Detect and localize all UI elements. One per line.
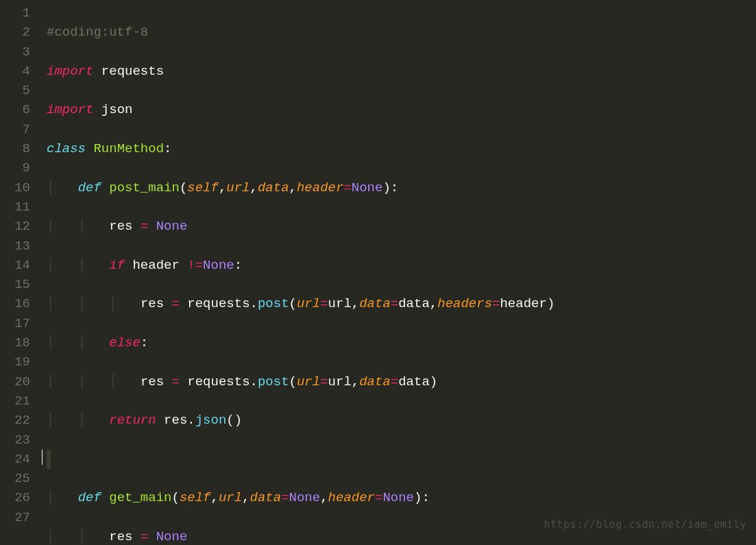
keyword-def: def: [78, 180, 101, 195]
line-number: 24: [0, 450, 30, 469]
code-line[interactable]: │ │ if header !=None:: [47, 256, 756, 275]
line-number: 20: [0, 372, 30, 391]
line-number: 18: [0, 333, 30, 352]
line-number: 19: [0, 352, 30, 372]
line-number: 23: [0, 431, 30, 450]
indent-guide-icon: │: [47, 258, 54, 273]
code-line[interactable]: │ def post_main(self,url,data,header=Non…: [47, 178, 756, 197]
function-name: post_main: [109, 180, 180, 195]
code-line[interactable]: #coding:utf-8: [47, 23, 756, 42]
watermark-text: https://blog.csdn.net/iam_emily: [544, 515, 746, 534]
current-line-highlight-icon: [47, 450, 51, 469]
indent-guide-icon: │: [78, 413, 86, 428]
code-line[interactable]: import requests: [47, 62, 756, 81]
line-number: 8: [0, 139, 30, 158]
indent-guide-icon: │: [47, 335, 54, 350]
code-line[interactable]: │ def get_main(self,url,data=None,header…: [47, 488, 756, 507]
indent-guide-icon: │: [78, 219, 86, 234]
indent-guide-icon: │: [109, 296, 117, 311]
line-number: 12: [0, 217, 30, 236]
indent-guide-icon: │: [109, 374, 117, 389]
indent-guide-icon: │: [47, 374, 54, 389]
line-number: 10: [0, 178, 30, 197]
indent-guide-icon: │: [78, 335, 86, 350]
code-line[interactable]: import json: [47, 100, 756, 119]
line-number-gutter: 1 2 3 4 5 6 7 8 9 10 11 12 13 14 15 16 1…: [0, 0, 40, 545]
function-name: get_main: [109, 490, 171, 505]
code-line[interactable]: │ │ │ res = requests.post(url=url,data=d…: [47, 372, 756, 391]
indent-guide-icon: │: [47, 529, 54, 544]
line-number: 9: [0, 158, 30, 178]
param-data: data: [258, 180, 289, 195]
const-none: None: [203, 258, 234, 273]
code-line-current[interactable]: [47, 450, 756, 469]
line-number: 13: [0, 237, 30, 256]
class-name: RunMethod: [93, 141, 164, 156]
code-line[interactable]: │ │ │ res = requests.post(url=url,data=d…: [47, 294, 756, 313]
indent-guide-icon: │: [78, 529, 86, 544]
keyword-else: else: [109, 335, 141, 350]
line-number: 5: [0, 81, 30, 100]
code-line[interactable]: class RunMethod:: [47, 139, 756, 158]
indent-guide-icon: │: [47, 296, 54, 311]
param-header: header: [297, 180, 343, 195]
param-url: url: [226, 180, 249, 195]
keyword-def: def: [78, 490, 101, 505]
keyword-return: return: [109, 413, 156, 428]
line-number: 3: [0, 43, 30, 62]
code-line[interactable]: │ │ else:: [47, 333, 756, 352]
code-line[interactable]: │ │ res = None: [47, 217, 756, 236]
line-number: 6: [0, 100, 30, 119]
module-name: json: [101, 102, 133, 117]
line-number: 2: [0, 23, 30, 42]
indent-guide-icon: │: [47, 490, 54, 505]
cursor-icon: [42, 450, 42, 465]
line-number: 15: [0, 275, 30, 294]
const-none: None: [156, 219, 188, 234]
indent-guide-icon: │: [78, 258, 86, 273]
code-area[interactable]: #coding:utf-8 import requests import jso…: [40, 0, 756, 545]
line-number: 16: [0, 294, 30, 313]
line-number: 27: [0, 508, 30, 527]
indent-guide-icon: │: [47, 180, 54, 195]
const-none: None: [352, 180, 383, 195]
line-number: 26: [0, 488, 30, 507]
module-name: requests: [101, 64, 164, 79]
line-number: 1: [0, 3, 30, 23]
keyword-if: if: [109, 258, 125, 273]
method-post: post: [258, 296, 289, 311]
indent-guide-icon: │: [47, 219, 54, 234]
keyword-class: class: [47, 141, 86, 156]
indent-guide-icon: │: [47, 413, 54, 428]
line-number: 17: [0, 314, 30, 333]
line-number: 14: [0, 256, 30, 275]
code-editor[interactable]: 1 2 3 4 5 6 7 8 9 10 11 12 13 14 15 16 1…: [0, 0, 756, 545]
line-number: 21: [0, 391, 30, 411]
indent-guide-icon: │: [78, 296, 86, 311]
comment: #coding:utf-8: [47, 25, 148, 40]
line-number: 22: [0, 411, 30, 430]
keyword-import: import: [47, 102, 93, 117]
keyword-import: import: [47, 64, 93, 79]
line-number: 4: [0, 62, 30, 81]
code-line[interactable]: │ │ return res.json(): [47, 411, 756, 430]
var-res: res: [109, 219, 132, 234]
line-number: 25: [0, 469, 30, 488]
line-number: 11: [0, 197, 30, 217]
method-post: post: [258, 374, 289, 389]
line-number: 7: [0, 120, 30, 139]
param-self: self: [187, 180, 219, 195]
indent-guide-icon: │: [78, 374, 86, 389]
